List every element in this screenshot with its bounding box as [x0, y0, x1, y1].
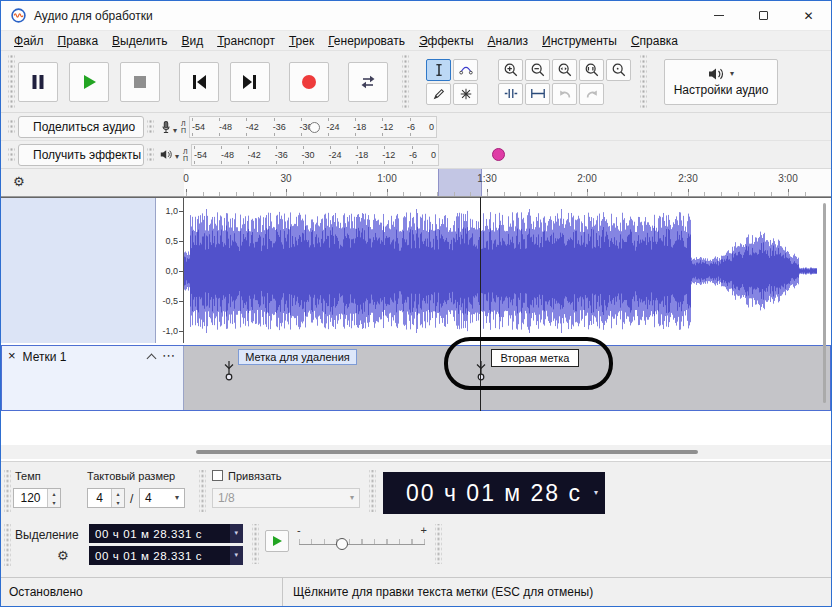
spin-up-icon[interactable]: ▴ [112, 489, 124, 498]
pause-button[interactable] [18, 62, 58, 102]
multi-tool-button[interactable] [453, 83, 478, 105]
db-label: -54 [192, 122, 205, 132]
menu-edit[interactable]: Правка [51, 32, 106, 50]
tempo-spinner[interactable]: 120 ▴ ▾ [13, 488, 61, 508]
trim-audio-button[interactable] [498, 83, 523, 105]
speed-slider-thumb[interactable] [336, 538, 348, 550]
audio-settings-button[interactable]: ▾ Настройки аудио [664, 59, 778, 105]
selection-settings-gear-icon[interactable]: ⚙ [57, 548, 69, 563]
menu-help[interactable]: Справка [624, 32, 685, 50]
pause-icon [28, 72, 48, 92]
close-button[interactable]: ✕ [786, 1, 831, 30]
zoom-selection-button[interactable] [552, 59, 577, 81]
label-text-box[interactable]: Метка для удаления [238, 349, 357, 365]
menu-file[interactable]: Файл [7, 32, 51, 50]
toolbar-grip[interactable] [4, 470, 11, 512]
menu-tools[interactable]: Инструменты [535, 32, 624, 50]
time-signature-upper-value[interactable]: 4 [88, 489, 111, 507]
toolbar-grip[interactable] [435, 524, 442, 564]
skip-to-end-button[interactable] [230, 62, 270, 102]
selection-tool-button[interactable] [426, 59, 451, 81]
playback-volume-slider[interactable] [492, 148, 505, 161]
menu-transport[interactable]: Транспорт [210, 32, 282, 50]
collapse-track-chevron-icon[interactable] [147, 354, 157, 364]
recording-meter[interactable]: -54-48-42-36-30-24-18-12-60 [189, 116, 437, 138]
selection-end-field[interactable]: 00 ч 01 м 28.331 с ▾ [89, 546, 243, 565]
envelope-tool-button[interactable] [453, 59, 478, 81]
undo-button[interactable] [552, 83, 577, 105]
toolbar-grip[interactable] [199, 470, 206, 512]
channel-labels: Л П [181, 120, 186, 134]
snap-label: Привязать [228, 470, 282, 482]
minimize-button[interactable] [696, 1, 741, 30]
spinner-buttons[interactable]: ▴ ▾ [47, 489, 60, 507]
snap-checkbox[interactable] [212, 470, 223, 481]
selection-start-field[interactable]: 00 ч 01 м 28.331 с ▾ [89, 524, 243, 543]
audio-track-control-panel[interactable] [1, 198, 156, 343]
db-label: -24 [328, 150, 341, 160]
vertical-scale-ruler[interactable]: 1,0 0,5 0,0 -0,5 -1,0 [156, 198, 184, 343]
toolbar-grip[interactable] [4, 524, 11, 566]
zoom-out-button[interactable] [525, 59, 550, 81]
share-audio-button[interactable]: Поделиться аудио [18, 116, 144, 138]
spin-down-icon[interactable]: ▾ [112, 498, 124, 507]
audio-position-display[interactable]: 00 ч 01 м 28 с ▾ [383, 472, 605, 514]
horizontal-scrollbar[interactable] [1, 445, 831, 459]
maximize-button[interactable] [741, 1, 786, 30]
play-at-speed-button[interactable] [265, 530, 289, 552]
redo-button[interactable] [579, 83, 604, 105]
skip-to-start-button[interactable] [179, 62, 219, 102]
label-track-close-button[interactable]: × [8, 350, 16, 362]
horizontal-scrollbar-thumb[interactable] [196, 450, 698, 454]
recording-volume-slider[interactable] [309, 122, 320, 133]
time-signature-upper-spinner[interactable]: 4 ▴ ▾ [87, 488, 125, 508]
menu-effects[interactable]: Эффекты [412, 32, 481, 50]
spin-down-icon[interactable]: ▾ [48, 498, 60, 507]
vertical-scrollbar[interactable] [823, 203, 826, 403]
toolbar-grip[interactable] [147, 118, 154, 135]
label-track[interactable]: × Метки 1 ⋯ Метка для удаления Вторая ме… [1, 345, 831, 411]
spin-up-icon[interactable]: ▴ [48, 489, 60, 498]
skip-to-start-icon [189, 72, 209, 92]
loop-button[interactable] [348, 62, 388, 102]
playback-meter[interactable]: -54-48-42-36-30-24-18-12-60 [191, 144, 439, 166]
toolbar-grip[interactable] [252, 524, 259, 564]
menu-analyze[interactable]: Анализ [481, 32, 536, 50]
snap-to-select[interactable]: 1/8 ▾ [212, 488, 360, 508]
tempo-value[interactable]: 120 [14, 489, 47, 507]
record-button[interactable] [289, 62, 329, 102]
timeline-ruler[interactable]: 0 30 1:00 1:30 2:00 2:30 3:00 [184, 169, 831, 196]
toolbar-grip[interactable] [369, 470, 376, 512]
label-marker[interactable] [223, 361, 235, 381]
menu-select[interactable]: Выделить [105, 32, 174, 50]
menu-tracks[interactable]: Трек [282, 32, 321, 50]
zoom-toggle-button[interactable] [606, 59, 631, 81]
menu-view[interactable]: Вид [174, 32, 210, 50]
toolbar-grip[interactable] [8, 118, 15, 135]
menu-generate[interactable]: Генерировать [321, 32, 412, 50]
toolbar-grip[interactable] [147, 146, 154, 163]
timeline-tick-label: 2:30 [668, 173, 708, 184]
toolbar-grip[interactable] [8, 146, 15, 163]
dropdown-button[interactable]: ▾ [230, 546, 243, 565]
zoom-in-button[interactable] [498, 59, 523, 81]
playback-speed-slider[interactable]: - + [299, 524, 425, 558]
toolbar-grip[interactable] [8, 55, 15, 108]
toolbar-grip[interactable] [402, 55, 409, 108]
draw-tool-button[interactable] [426, 83, 451, 105]
get-effects-button[interactable]: Получить эффекты [18, 144, 144, 166]
dropdown-button[interactable]: ▾ [230, 524, 243, 543]
time-signature-lower-select[interactable]: 4 ▾ [139, 488, 185, 508]
spinner-buttons[interactable]: ▴ ▾ [111, 489, 124, 507]
playback-speaker-icon[interactable]: ▾ [160, 148, 179, 161]
zoom-project-button[interactable] [579, 59, 604, 81]
stop-button[interactable] [120, 62, 160, 102]
silence-audio-button[interactable] [525, 83, 550, 105]
track-menu-button[interactable]: ⋯ [162, 350, 175, 362]
play-button[interactable] [69, 62, 109, 102]
microphone-icon[interactable]: ▾ [160, 119, 177, 135]
waveform-canvas[interactable] [184, 198, 817, 344]
label-track-name[interactable]: Метки 1 [23, 350, 67, 364]
toolbar-grip[interactable] [640, 55, 647, 108]
timeline-options-gear-icon[interactable]: ⚙ [13, 174, 25, 189]
